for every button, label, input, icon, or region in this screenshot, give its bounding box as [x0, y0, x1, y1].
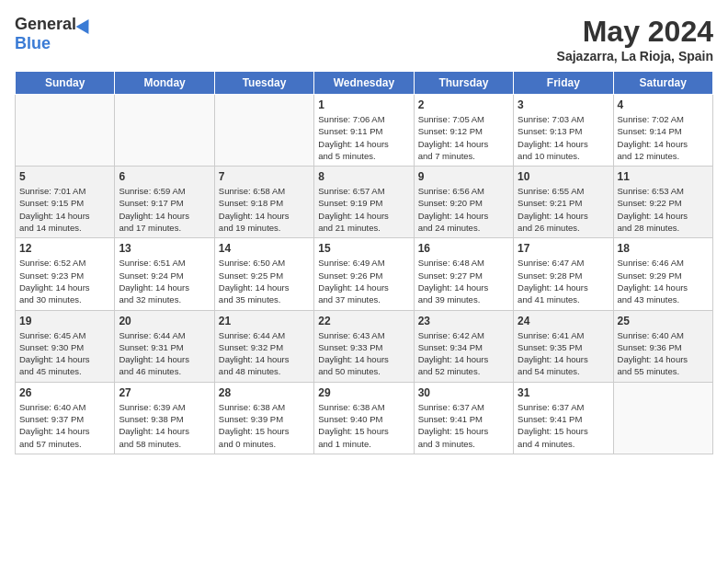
day-info-text: Sunrise: 6:53 AMSunset: 9:22 PMDaylight:… [618, 185, 709, 234]
calendar-cell: 13Sunrise: 6:51 AMSunset: 9:24 PMDayligh… [115, 238, 214, 310]
day-info-text: Sunrise: 7:02 AMSunset: 9:14 PMDaylight:… [618, 113, 709, 162]
calendar-cell: 29Sunrise: 6:38 AMSunset: 9:40 PMDayligh… [314, 382, 414, 454]
day-number: 27 [119, 386, 210, 399]
calendar-cell: 22Sunrise: 6:43 AMSunset: 9:33 PMDayligh… [314, 310, 414, 382]
calendar-cell: 1Sunrise: 7:06 AMSunset: 9:11 PMDaylight… [314, 95, 414, 167]
calendar-cell: 7Sunrise: 6:58 AMSunset: 9:18 PMDaylight… [214, 167, 313, 238]
day-number: 24 [518, 315, 609, 327]
weekday-header: Sunday [16, 72, 115, 95]
logo-general-text: General [15, 15, 76, 34]
weekday-header: Thursday [414, 72, 513, 95]
weekday-header: Friday [514, 72, 613, 95]
calendar-cell: 11Sunrise: 6:53 AMSunset: 9:22 PMDayligh… [613, 167, 712, 238]
calendar-cell: 6Sunrise: 6:59 AMSunset: 9:17 PMDaylight… [115, 167, 214, 238]
day-number: 14 [219, 242, 310, 255]
calendar-cell: 19Sunrise: 6:45 AMSunset: 9:30 PMDayligh… [16, 310, 115, 382]
calendar-week-row: 26Sunrise: 6:40 AMSunset: 9:37 PMDayligh… [16, 382, 713, 454]
calendar-cell: 16Sunrise: 6:48 AMSunset: 9:27 PMDayligh… [414, 238, 513, 310]
day-info-text: Sunrise: 7:03 AMSunset: 9:13 PMDaylight:… [518, 113, 609, 162]
day-number: 26 [19, 386, 110, 399]
day-info-text: Sunrise: 6:46 AMSunset: 9:29 PMDaylight:… [618, 257, 709, 305]
calendar-cell: 4Sunrise: 7:02 AMSunset: 9:14 PMDaylight… [613, 95, 712, 167]
day-info-text: Sunrise: 6:44 AMSunset: 9:31 PMDaylight:… [119, 329, 210, 378]
logo: General Blue [15, 15, 93, 53]
day-number: 17 [518, 242, 609, 255]
calendar-cell: 5Sunrise: 7:01 AMSunset: 9:15 PMDaylight… [16, 167, 115, 238]
day-info-text: Sunrise: 6:38 AMSunset: 9:40 PMDaylight:… [318, 401, 409, 450]
calendar-cell: 21Sunrise: 6:44 AMSunset: 9:32 PMDayligh… [214, 310, 313, 382]
day-number: 18 [618, 242, 709, 255]
calendar-cell: 25Sunrise: 6:40 AMSunset: 9:36 PMDayligh… [613, 310, 712, 382]
day-info-text: Sunrise: 7:06 AMSunset: 9:11 PMDaylight:… [318, 113, 409, 162]
calendar-cell: 15Sunrise: 6:49 AMSunset: 9:26 PMDayligh… [314, 238, 414, 310]
calendar-cell: 23Sunrise: 6:42 AMSunset: 9:34 PMDayligh… [414, 310, 513, 382]
day-number: 22 [318, 315, 409, 327]
calendar-header: SundayMondayTuesdayWednesdayThursdayFrid… [16, 72, 713, 95]
calendar-cell: 2Sunrise: 7:05 AMSunset: 9:12 PMDaylight… [414, 95, 513, 167]
weekday-header: Tuesday [214, 72, 313, 95]
calendar-cell: 27Sunrise: 6:39 AMSunset: 9:38 PMDayligh… [115, 382, 214, 454]
calendar-cell: 31Sunrise: 6:37 AMSunset: 9:41 PMDayligh… [514, 382, 613, 454]
day-info-text: Sunrise: 6:45 AMSunset: 9:30 PMDaylight:… [19, 329, 110, 378]
weekday-row: SundayMondayTuesdayWednesdayThursdayFrid… [16, 72, 713, 95]
day-number: 21 [219, 315, 310, 327]
day-info-text: Sunrise: 6:42 AMSunset: 9:34 PMDaylight:… [418, 329, 509, 378]
calendar-cell: 20Sunrise: 6:44 AMSunset: 9:31 PMDayligh… [115, 310, 214, 382]
day-info-text: Sunrise: 6:48 AMSunset: 9:27 PMDaylight:… [418, 257, 509, 305]
day-info-text: Sunrise: 6:58 AMSunset: 9:18 PMDaylight:… [219, 185, 310, 234]
day-number: 1 [318, 98, 409, 111]
day-number: 16 [418, 242, 509, 255]
calendar-cell: 26Sunrise: 6:40 AMSunset: 9:37 PMDayligh… [16, 382, 115, 454]
calendar-cell [16, 95, 115, 167]
day-info-text: Sunrise: 7:05 AMSunset: 9:12 PMDaylight:… [418, 113, 509, 162]
day-info-text: Sunrise: 6:51 AMSunset: 9:24 PMDaylight:… [119, 257, 210, 305]
location-text: Sajazarra, La Rioja, Spain [557, 49, 713, 63]
day-number: 20 [119, 315, 210, 327]
day-number: 29 [318, 386, 409, 399]
calendar-week-row: 1Sunrise: 7:06 AMSunset: 9:11 PMDaylight… [16, 95, 713, 167]
calendar-cell: 17Sunrise: 6:47 AMSunset: 9:28 PMDayligh… [514, 238, 613, 310]
weekday-header: Saturday [613, 72, 712, 95]
weekday-header: Monday [115, 72, 214, 95]
day-info-text: Sunrise: 6:57 AMSunset: 9:19 PMDaylight:… [318, 185, 409, 234]
logo-blue-text: Blue [15, 34, 51, 53]
day-number: 7 [219, 170, 310, 183]
calendar-cell: 18Sunrise: 6:46 AMSunset: 9:29 PMDayligh… [613, 238, 712, 310]
day-number: 4 [618, 98, 709, 111]
weekday-header: Wednesday [314, 72, 414, 95]
calendar-week-row: 5Sunrise: 7:01 AMSunset: 9:15 PMDaylight… [16, 167, 713, 238]
day-info-text: Sunrise: 6:50 AMSunset: 9:25 PMDaylight:… [219, 257, 310, 305]
day-number: 15 [318, 242, 409, 255]
day-number: 10 [518, 170, 609, 183]
calendar-cell: 14Sunrise: 6:50 AMSunset: 9:25 PMDayligh… [214, 238, 313, 310]
day-number: 3 [518, 98, 609, 111]
calendar-week-row: 12Sunrise: 6:52 AMSunset: 9:23 PMDayligh… [16, 238, 713, 310]
logo-triangle-icon [76, 15, 96, 33]
day-info-text: Sunrise: 6:41 AMSunset: 9:35 PMDaylight:… [518, 329, 609, 378]
page-header: General Blue May 2024 Sajazarra, La Rioj… [15, 15, 713, 63]
calendar-cell: 8Sunrise: 6:57 AMSunset: 9:19 PMDaylight… [314, 167, 414, 238]
day-number: 8 [318, 170, 409, 183]
day-info-text: Sunrise: 6:40 AMSunset: 9:36 PMDaylight:… [618, 329, 709, 378]
calendar-table: SundayMondayTuesdayWednesdayThursdayFrid… [15, 71, 713, 454]
calendar-cell: 10Sunrise: 6:55 AMSunset: 9:21 PMDayligh… [514, 167, 613, 238]
day-info-text: Sunrise: 6:59 AMSunset: 9:17 PMDaylight:… [119, 185, 210, 234]
day-info-text: Sunrise: 6:47 AMSunset: 9:28 PMDaylight:… [518, 257, 609, 305]
day-info-text: Sunrise: 6:55 AMSunset: 9:21 PMDaylight:… [518, 185, 609, 234]
month-title: May 2024 [557, 15, 713, 49]
day-number: 31 [518, 386, 609, 399]
calendar-cell: 24Sunrise: 6:41 AMSunset: 9:35 PMDayligh… [514, 310, 613, 382]
day-info-text: Sunrise: 6:56 AMSunset: 9:20 PMDaylight:… [418, 185, 509, 234]
day-number: 30 [418, 386, 509, 399]
calendar-cell: 3Sunrise: 7:03 AMSunset: 9:13 PMDaylight… [514, 95, 613, 167]
day-info-text: Sunrise: 6:39 AMSunset: 9:38 PMDaylight:… [119, 401, 210, 450]
day-number: 2 [418, 98, 509, 111]
day-number: 9 [418, 170, 509, 183]
day-number: 11 [618, 170, 709, 183]
calendar-cell [613, 382, 712, 454]
calendar-cell: 28Sunrise: 6:38 AMSunset: 9:39 PMDayligh… [214, 382, 313, 454]
calendar-cell [214, 95, 313, 167]
day-info-text: Sunrise: 6:37 AMSunset: 9:41 PMDaylight:… [418, 401, 509, 450]
calendar-body: 1Sunrise: 7:06 AMSunset: 9:11 PMDaylight… [16, 95, 713, 454]
day-info-text: Sunrise: 6:49 AMSunset: 9:26 PMDaylight:… [318, 257, 409, 305]
